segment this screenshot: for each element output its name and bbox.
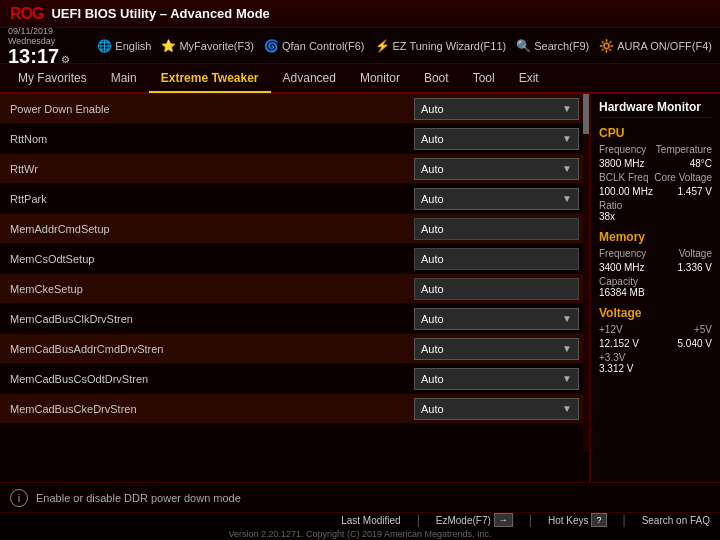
volt-5-label: +5V [694,324,712,335]
hot-keys-button[interactable]: Hot Keys ? [548,513,607,527]
aura-button[interactable]: 🔆 AURA ON/OFF(F4) [599,39,712,53]
cpu-freq-temp-values: 3800 MHz 48°C [599,158,712,169]
info-icon: i [10,489,28,507]
setting-value-memcadbusclk: Auto ▼ [414,308,579,330]
setting-row-memcke: MemCkeSetup Auto [0,274,589,304]
dropdown-arrow: ▼ [562,373,572,384]
setting-label-memaddrcmd: MemAddrCmdSetup [10,223,414,235]
language-button[interactable]: 🌐 English [97,39,151,53]
nav-item-boot[interactable]: Boot [412,64,461,92]
my-favorites-button[interactable]: ⭐ MyFavorite(F3) [161,39,254,53]
setting-value-memcadbuscke: Auto ▼ [414,398,579,420]
corevolt-value: 1.457 V [678,186,712,197]
dropdown-memcadbuscsodt[interactable]: Auto ▼ [414,368,579,390]
cpu-freq-value: 3800 MHz [599,158,645,169]
cpu-temp-value: 48°C [690,158,712,169]
setting-label-memcsodt: MemCsOdtSetup [10,253,414,265]
mem-volt-label: Voltage [679,248,712,259]
capacity-label: Capacity [599,276,712,287]
text-memaddrcmd[interactable]: Auto [414,218,579,240]
volt-5-value: 5.040 V [678,338,712,349]
dropdown-arrow: ▼ [562,133,572,144]
ez-tuning-button[interactable]: ⚡ EZ Tuning Wizard(F11) [375,39,507,53]
setting-row-rttwr: RttWr Auto ▼ [0,154,589,184]
text-memcsodt[interactable]: Auto [414,248,579,270]
bclk-corevolt-labels: BCLK Freq Core Voltage [599,172,712,183]
rog-logo: ROG [10,5,43,23]
volt-12-label: +12V [599,324,623,335]
divider2: | [529,513,532,527]
ratio-value: 38x [599,211,712,222]
aura-icon: 🔆 [599,39,614,53]
nav-item-my-favorites[interactable]: My Favorites [6,64,99,92]
dropdown-arrow: ▼ [562,103,572,114]
star-icon: ⭐ [161,39,176,53]
cpu-freq-label: Frequency [599,144,646,155]
nav-item-exit[interactable]: Exit [507,64,551,92]
setting-row-memcadbusaddr: MemCadBusAddrCmdDrvStren Auto ▼ [0,334,589,364]
ezmode-button[interactable]: EzMode(F7) → [436,513,513,527]
globe-icon: 🌐 [97,39,112,53]
search-faq-button[interactable]: Search on FAQ [642,515,710,526]
dropdown-rttpark[interactable]: Auto ▼ [414,188,579,210]
dropdown-memcadbusclk[interactable]: Auto ▼ [414,308,579,330]
setting-label-memcadbuscke: MemCadBusCkeDrvStren [10,403,414,415]
last-modified-button[interactable]: Last Modified [341,515,400,526]
bclk-corevolt-values: 100.00 MHz 1.457 V [599,186,712,197]
time-display: 13:17 [8,46,59,66]
info-text: Enable or disable DDR power down mode [36,492,241,504]
setting-value-power-down: Auto ▼ [414,98,579,120]
volt-33-value: 3.312 V [599,363,712,374]
nav-item-monitor[interactable]: Monitor [348,64,412,92]
nav-item-advanced[interactable]: Advanced [271,64,348,92]
volt-12-5-values: 12.152 V 5.040 V [599,338,712,349]
info-buttons: 🌐 English ⭐ MyFavorite(F3) 🌀 Qfan Contro… [82,39,712,53]
setting-label-memcadbusclk: MemCadBusClkDrvStren [10,313,414,325]
dropdown-power-down[interactable]: Auto ▼ [414,98,579,120]
text-memcke[interactable]: Auto [414,278,579,300]
dropdown-rttwr[interactable]: Auto ▼ [414,158,579,180]
mem-freq-volt-values: 3400 MHz 1.336 V [599,262,712,273]
nav-item-tool[interactable]: Tool [461,64,507,92]
dropdown-memcadbusaddr[interactable]: Auto ▼ [414,338,579,360]
cpu-temp-label: Temperature [656,144,712,155]
lightning-icon: ⚡ [375,39,390,53]
mem-freq-value: 3400 MHz [599,262,645,273]
setting-label-power-down: Power Down Enable [10,103,414,115]
nav-item-main[interactable]: Main [99,64,149,92]
search-button[interactable]: 🔍 Search(F9) [516,39,589,53]
dropdown-arrow: ▼ [562,163,572,174]
settings-icon[interactable]: ⚙ [61,54,70,65]
memory-section-title: Memory [599,230,712,244]
info-bar: 09/11/2019Wednesday 13:17 ⚙ 🌐 English ⭐ … [0,28,720,64]
corevolt-label: Core Voltage [654,172,712,183]
scrollbar-track[interactable] [583,94,589,452]
setting-value-rttwr: Auto ▼ [414,158,579,180]
setting-value-memaddrcmd: Auto [414,218,579,240]
dropdown-memcadbuscke[interactable]: Auto ▼ [414,398,579,420]
title-bar: ROG UEFI BIOS Utility – Advanced Mode [0,0,720,28]
nav-item-extreme-tweaker[interactable]: Extreme Tweaker [149,65,271,93]
dropdown-arrow: ▼ [562,403,572,414]
setting-label-rttwr: RttWr [10,163,414,175]
voltage-section-title: Voltage [599,306,712,320]
setting-value-rttnom: Auto ▼ [414,128,579,150]
setting-label-memcke: MemCkeSetup [10,283,414,295]
capacity-value: 16384 MB [599,287,712,298]
footer-buttons: Last Modified | EzMode(F7) → | Hot Keys … [0,513,720,527]
scrollbar-thumb[interactable] [583,94,589,134]
bclk-value: 100.00 MHz [599,186,653,197]
dropdown-rttnom[interactable]: Auto ▼ [414,128,579,150]
nav-menu: My Favorites Main Extreme Tweaker Advanc… [0,64,720,94]
setting-row-power-down: Power Down Enable Auto ▼ [0,94,589,124]
qfan-control-button[interactable]: 🌀 Qfan Control(F6) [264,39,365,53]
mem-freq-label: Frequency [599,248,646,259]
dropdown-arrow: ▼ [562,193,572,204]
dropdown-arrow: ▼ [562,343,572,354]
datetime-block: 09/11/2019Wednesday 13:17 ⚙ [8,26,70,66]
setting-row-memcadbusclk: MemCadBusClkDrvStren Auto ▼ [0,304,589,334]
divider3: | [623,513,626,527]
fan-icon: 🌀 [264,39,279,53]
ratio-label: Ratio [599,200,712,211]
hw-monitor-title: Hardware Monitor [599,100,712,118]
